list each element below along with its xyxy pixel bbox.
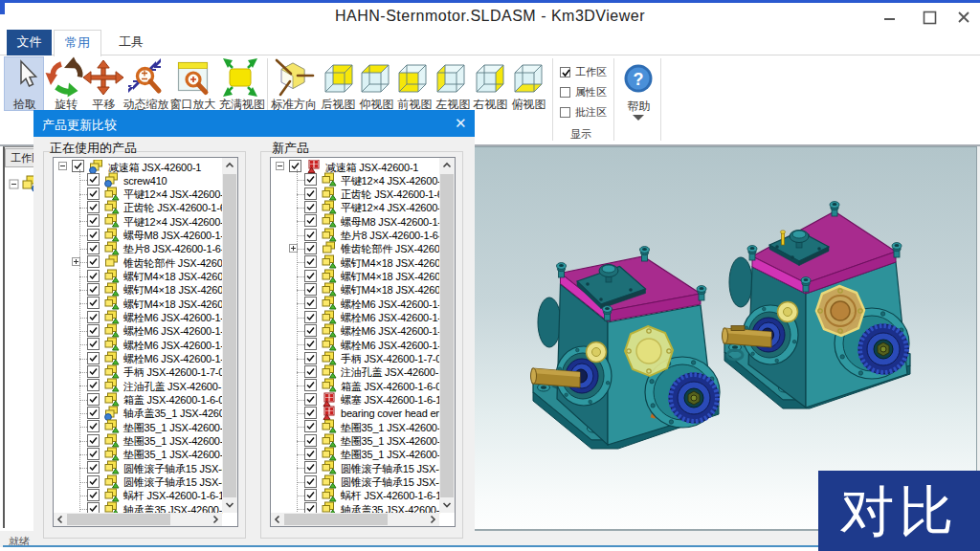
svg-text:?: ? <box>634 70 644 89</box>
